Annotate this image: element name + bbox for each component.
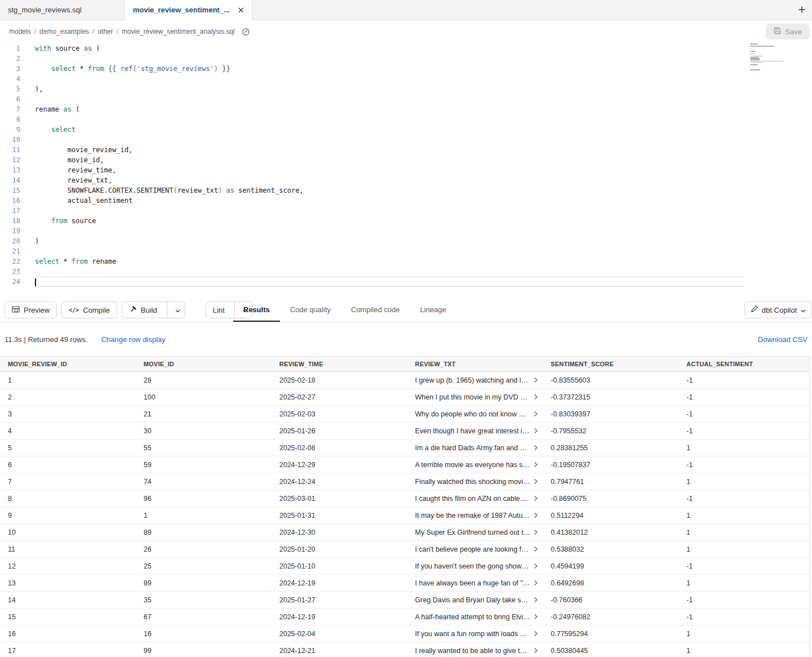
cell-sentiment_score: -0.83555603 xyxy=(543,376,679,384)
code-line-10[interactable] xyxy=(35,135,744,145)
expand-review-icon[interactable] xyxy=(534,546,538,552)
code-line-4[interactable] xyxy=(35,74,744,84)
code-line-1[interactable]: with source as ( xyxy=(35,43,744,54)
code-line-22[interactable]: select * from rename xyxy=(35,256,744,267)
editor-minimap[interactable] xyxy=(750,43,786,73)
line-number: 5 xyxy=(0,84,26,94)
table-row: 17992024-12-21I really wanted to be able… xyxy=(0,642,812,657)
code-line-6[interactable] xyxy=(35,94,744,104)
column-header-movie_review_id: MOVIE_REVIEW_ID xyxy=(0,361,136,367)
cell-review_txt: I grew up (b. 1965) watching and lovin… xyxy=(407,376,543,384)
code-line-18[interactable]: from source xyxy=(35,216,744,226)
expand-review-icon[interactable] xyxy=(534,631,538,637)
breadcrumb-action-icon[interactable] xyxy=(242,28,250,36)
review-text: Im a die hard Dads Army fan and nothi… xyxy=(415,444,530,452)
chevron-down-icon xyxy=(801,306,806,314)
cell-actual_sentiment: 1 xyxy=(679,579,812,587)
code-line-11[interactable]: movie_review_id, xyxy=(35,145,744,155)
code-line-12[interactable]: movie_id, xyxy=(35,155,744,165)
table-row: 3212025-02-03Why do people who do not kn… xyxy=(0,406,812,423)
code-line-21[interactable] xyxy=(35,246,744,256)
expand-review-icon[interactable] xyxy=(534,580,538,586)
breadcrumb-item: models xyxy=(9,28,31,35)
editor-tab-1[interactable]: stg_movie_reviews.sql xyxy=(0,0,125,20)
cell-review_txt: Why do people who do not know what… xyxy=(407,410,543,418)
new-tab-button[interactable] xyxy=(792,0,812,20)
expand-review-icon[interactable] xyxy=(534,597,538,603)
code-line-20[interactable]: ) xyxy=(35,236,744,246)
cell-movie_review_id: 6 xyxy=(0,461,136,469)
line-number: 16 xyxy=(0,196,26,206)
expand-review-icon[interactable] xyxy=(534,377,538,383)
code-line-19[interactable] xyxy=(35,226,744,236)
tab-code-quality[interactable]: Code quality xyxy=(280,299,341,322)
review-text: My Super Ex Girlfriend turned out to b… xyxy=(415,529,530,536)
line-number: 1 xyxy=(0,43,26,54)
breadcrumb-separator: / xyxy=(117,28,118,35)
lint-button[interactable]: Lint xyxy=(206,302,230,318)
download-csv-link[interactable]: Download CSV xyxy=(758,335,807,344)
code-line-9[interactable]: select xyxy=(35,125,744,135)
cell-review_time: 2024-12-19 xyxy=(271,613,407,621)
save-button[interactable]: Save xyxy=(766,24,810,39)
cell-review_txt: A terrible movie as everyone has said. … xyxy=(407,461,543,469)
expand-review-icon[interactable] xyxy=(534,512,538,518)
column-header-movie_id: MOVIE_ID xyxy=(136,361,271,367)
tab-compiled-code[interactable]: Compiled code xyxy=(341,299,410,322)
expand-review-icon[interactable] xyxy=(534,478,538,485)
cell-review_txt: If you haven't seen the gong show TV s… xyxy=(407,562,543,570)
code-line-7[interactable]: rename as ( xyxy=(35,104,744,114)
editor-tab-2[interactable]: movie_review_sentiment_... xyxy=(125,0,252,20)
build-dropdown-button[interactable] xyxy=(171,302,185,318)
code-line-14[interactable]: review_txt, xyxy=(35,175,744,185)
expand-review-icon[interactable] xyxy=(534,529,538,535)
cell-sentiment_score: 0.5388032 xyxy=(543,545,679,553)
table-row: 912025-01-31It may be the remake of 1987… xyxy=(0,507,812,524)
close-tab-icon[interactable] xyxy=(233,7,244,13)
code-line-16[interactable]: actual_sentiment xyxy=(35,196,744,206)
dbt-copilot-button[interactable]: dbt Copilot xyxy=(744,301,812,318)
change-row-display-link[interactable]: Change row display xyxy=(101,335,166,344)
preview-button[interactable]: Preview xyxy=(5,301,57,318)
cell-review_time: 2025-02-27 xyxy=(271,393,407,401)
cell-actual_sentiment: -1 xyxy=(679,562,812,570)
copilot-pencil-icon xyxy=(751,305,758,314)
preview-table-icon xyxy=(12,305,20,315)
code-line-3[interactable]: select * from {{ ref('stg_movie_reviews'… xyxy=(35,64,744,74)
code-line-2[interactable] xyxy=(35,54,744,64)
code-brackets-icon: </> xyxy=(69,307,79,313)
sql-editor[interactable]: 123456789101112131415161718192021222324 … xyxy=(0,43,812,299)
cell-movie_review_id: 16 xyxy=(0,630,136,638)
build-button[interactable]: Build xyxy=(122,302,163,318)
table-scrollbar[interactable] xyxy=(809,356,812,657)
code-line-5[interactable]: ), xyxy=(35,84,744,94)
code-line-24[interactable] xyxy=(35,277,744,287)
expand-review-icon[interactable] xyxy=(534,495,538,501)
code-line-17[interactable] xyxy=(35,206,744,216)
cell-sentiment_score: 0.50380445 xyxy=(543,647,679,655)
code-line-23[interactable] xyxy=(35,267,744,277)
cell-movie_id: 96 xyxy=(136,495,271,503)
compile-button[interactable]: </> Compile xyxy=(61,301,117,318)
expand-review-icon[interactable] xyxy=(534,614,538,620)
expand-review-icon[interactable] xyxy=(534,647,538,654)
cell-movie_review_id: 12 xyxy=(0,562,136,570)
build-split-button: Build xyxy=(122,301,185,318)
expand-review-icon[interactable] xyxy=(534,411,538,417)
expand-review-icon[interactable] xyxy=(534,445,538,451)
tab-lineage[interactable]: Lineage xyxy=(410,299,456,322)
cell-actual_sentiment: -1 xyxy=(679,427,812,435)
expand-review-icon[interactable] xyxy=(534,563,538,569)
line-number: 19 xyxy=(0,226,26,236)
line-number: 15 xyxy=(0,185,26,196)
table-row: 11262025-01-20I can't believe people are… xyxy=(0,541,812,558)
code-line-13[interactable]: review_time, xyxy=(35,165,744,175)
save-label: Save xyxy=(785,28,802,36)
expand-review-icon[interactable] xyxy=(534,394,538,400)
expand-review-icon[interactable] xyxy=(534,428,538,434)
tab-results[interactable]: Results xyxy=(233,299,280,322)
code-line-15[interactable]: SNOWFLAKE.CORTEX.SENTIMENT(review_txt) a… xyxy=(35,185,744,196)
line-number: 22 xyxy=(0,256,26,267)
expand-review-icon[interactable] xyxy=(534,461,538,468)
code-line-8[interactable] xyxy=(35,114,744,125)
